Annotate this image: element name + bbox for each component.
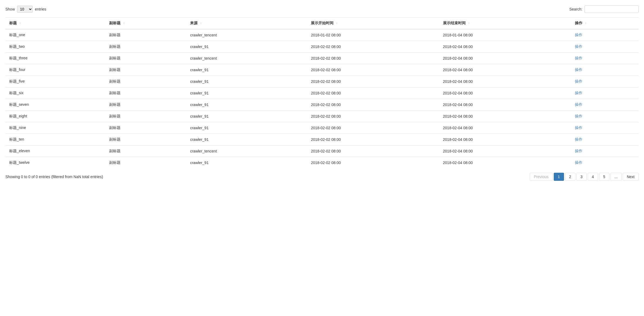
table-row: 标题_three副标题crawler_tencent2018-02-02 08:…	[5, 53, 639, 64]
cell-start_time: 2018-02-02 08:00	[307, 134, 439, 145]
cell-source: crawler_91	[186, 64, 307, 76]
page-5-button[interactable]: 5	[599, 173, 609, 181]
cell-start_time: 2018-02-02 08:00	[307, 76, 439, 87]
cell-title: 标题_five	[5, 76, 105, 87]
action-link[interactable]: 操作	[575, 137, 582, 141]
cell-start_time: 2018-02-02 08:00	[307, 64, 439, 76]
table-row: 标题_nine副标题crawler_912018-02-02 08:002018…	[5, 122, 639, 134]
col-header-title[interactable]: 标题 ↕	[5, 18, 105, 29]
sort-icon-start-time: ↕	[336, 22, 338, 25]
cell-subtitle: 副标题	[105, 122, 186, 134]
page-2-button[interactable]: 2	[565, 173, 575, 181]
cell-start_time: 2018-01-02 08:00	[307, 29, 439, 41]
cell-title: 标题_six	[5, 87, 105, 99]
search-label: Search:	[569, 7, 582, 11]
cell-subtitle: 副标题	[105, 41, 186, 53]
action-link[interactable]: 操作	[575, 125, 582, 130]
cell-subtitle: 副标题	[105, 145, 186, 157]
action-link[interactable]: 操作	[575, 44, 582, 49]
cell-source: crawler_tencent	[186, 53, 307, 64]
table-row: 标题_twelve副标题crawler_912018-02-02 08:0020…	[5, 157, 639, 169]
cell-end_time: 2018-02-04 08:00	[439, 87, 571, 99]
cell-source: crawler_91	[186, 111, 307, 122]
page-4-button[interactable]: 4	[588, 173, 598, 181]
page-3-button[interactable]: 3	[576, 173, 587, 181]
cell-start_time: 2018-02-02 08:00	[307, 53, 439, 64]
sort-icon-end-time: ↕	[468, 22, 470, 25]
search-input[interactable]	[585, 5, 639, 13]
col-header-source[interactable]: 来源 ↕	[186, 18, 307, 29]
top-controls: Show 10 25 50 100 entries Search:	[5, 5, 639, 13]
data-table: 标题 ↕ 副标题 ↕ 来源 ↕ 展示开始时间 ↕ 展示结束时间 ↕ 操作 ↕	[5, 17, 639, 168]
previous-button[interactable]: Previous	[530, 173, 552, 181]
action-link[interactable]: 操作	[575, 149, 582, 153]
cell-end_time: 2018-01-04 08:00	[439, 29, 571, 41]
cell-title: 标题_three	[5, 53, 105, 64]
cell-end_time: 2018-02-04 08:00	[439, 64, 571, 76]
cell-start_time: 2018-02-02 08:00	[307, 157, 439, 169]
cell-subtitle: 副标题	[105, 29, 186, 41]
action-link[interactable]: 操作	[575, 79, 582, 83]
table-row: 标题_seven副标题crawler_912018-02-02 08:00201…	[5, 99, 639, 111]
sort-icon-subtitle: ↕	[123, 22, 125, 25]
col-header-action[interactable]: 操作 ↕	[571, 18, 639, 29]
sort-icon-action: ↕	[585, 22, 586, 25]
cell-title: 标题_two	[5, 41, 105, 53]
action-link[interactable]: 操作	[575, 102, 582, 107]
action-link[interactable]: 操作	[575, 67, 582, 72]
show-label: Show	[5, 7, 15, 11]
table-row: 标题_ten副标题crawler_912018-02-02 08:002018-…	[5, 134, 639, 145]
cell-subtitle: 副标题	[105, 99, 186, 111]
page-1-button[interactable]: 1	[554, 173, 564, 181]
cell-subtitle: 副标题	[105, 53, 186, 64]
cell-title: 标题_one	[5, 29, 105, 41]
cell-end_time: 2018-02-04 08:00	[439, 111, 571, 122]
cell-title: 标题_eleven	[5, 145, 105, 157]
action-link[interactable]: 操作	[575, 160, 582, 165]
sort-icon-source: ↕	[200, 22, 202, 25]
cell-title: 标题_four	[5, 64, 105, 76]
cell-subtitle: 副标题	[105, 64, 186, 76]
cell-title: 标题_twelve	[5, 157, 105, 169]
cell-source: crawler_91	[186, 134, 307, 145]
action-link[interactable]: 操作	[575, 33, 582, 37]
cell-start_time: 2018-02-02 08:00	[307, 41, 439, 53]
cell-title: 标题_nine	[5, 122, 105, 134]
cell-source: crawler_91	[186, 76, 307, 87]
cell-source: crawler_tencent	[186, 145, 307, 157]
pagination: Previous 1 2 3 4 5 ... Next	[530, 173, 639, 181]
table-body: 标题_one副标题crawler_tencent2018-01-02 08:00…	[5, 29, 639, 168]
action-link[interactable]: 操作	[575, 114, 582, 118]
cell-subtitle: 副标题	[105, 134, 186, 145]
sort-icon-title: ↕	[19, 22, 21, 25]
cell-title: 标题_ten	[5, 134, 105, 145]
cell-end_time: 2018-02-04 08:00	[439, 122, 571, 134]
cell-end_time: 2018-02-04 08:00	[439, 157, 571, 169]
show-entries-control: Show 10 25 50 100 entries	[5, 6, 46, 13]
col-header-subtitle[interactable]: 副标题 ↕	[105, 18, 186, 29]
table-row: 标题_five副标题crawler_912018-02-02 08:002018…	[5, 76, 639, 87]
col-header-end-time[interactable]: 展示结束时间 ↕	[439, 18, 571, 29]
cell-start_time: 2018-02-02 08:00	[307, 111, 439, 122]
action-link[interactable]: 操作	[575, 91, 582, 95]
cell-end_time: 2018-02-04 08:00	[439, 76, 571, 87]
cell-end_time: 2018-02-04 08:00	[439, 99, 571, 111]
cell-source: crawler_91	[186, 122, 307, 134]
cell-start_time: 2018-02-02 08:00	[307, 87, 439, 99]
cell-subtitle: 副标题	[105, 111, 186, 122]
table-row: 标题_eight副标题crawler_912018-02-02 08:00201…	[5, 111, 639, 122]
next-button[interactable]: Next	[623, 173, 639, 181]
col-header-start-time[interactable]: 展示开始时间 ↕	[307, 18, 439, 29]
search-box: Search:	[569, 5, 639, 13]
cell-title: 标题_seven	[5, 99, 105, 111]
ellipsis-button: ...	[610, 173, 622, 181]
cell-title: 标题_eight	[5, 111, 105, 122]
action-link[interactable]: 操作	[575, 56, 582, 60]
cell-end_time: 2018-02-04 08:00	[439, 53, 571, 64]
table-info: Showing 0 to 0 of 0 entries (filtered fr…	[5, 175, 103, 179]
entries-per-page-select[interactable]: 10 25 50 100	[17, 6, 33, 13]
table-row: 标题_one副标题crawler_tencent2018-01-02 08:00…	[5, 29, 639, 41]
table-row: 标题_eleven副标题crawler_tencent2018-02-02 08…	[5, 145, 639, 157]
cell-subtitle: 副标题	[105, 157, 186, 169]
cell-source: crawler_91	[186, 87, 307, 99]
